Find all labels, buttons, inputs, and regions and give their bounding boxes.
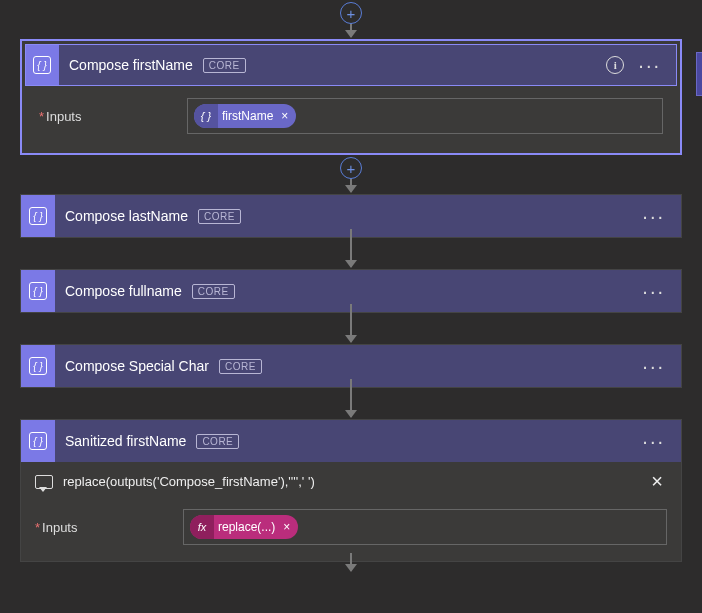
expression-tooltip: replace(outputs('Compose_firstName'),'''… <box>21 462 681 497</box>
token-remove-button[interactable]: × <box>281 520 298 534</box>
compose-icon: { } <box>21 270 55 312</box>
expression-text: replace(outputs('Compose_firstName'),'''… <box>63 474 637 489</box>
token-remove-button[interactable]: × <box>279 109 296 123</box>
core-badge: CORE <box>192 284 235 299</box>
action-title: Sanitized firstName <box>65 433 186 449</box>
action-menu-button[interactable]: ··· <box>638 356 669 376</box>
action-menu-button[interactable]: ··· <box>634 55 665 75</box>
action-header[interactable]: { } Sanitized firstName CORE ··· <box>21 420 681 462</box>
token-label: replace(...) <box>214 520 281 534</box>
tooltip-icon <box>35 475 53 489</box>
core-badge: CORE <box>219 359 262 374</box>
connector <box>20 240 682 267</box>
token-compose-icon: { } <box>194 104 218 128</box>
add-step-button[interactable]: + <box>340 2 362 24</box>
inputs-label: *Inputs <box>35 520 175 535</box>
connector <box>20 390 682 417</box>
core-badge: CORE <box>198 209 241 224</box>
token-firstname[interactable]: { } firstName × <box>194 104 296 128</box>
action-compose-firstname: { } Compose firstName CORE i ··· *Inputs… <box>20 39 682 155</box>
action-title: Compose Special Char <box>65 358 209 374</box>
connector: + <box>20 157 682 192</box>
flow-arrow-icon <box>350 229 352 267</box>
close-tooltip-button[interactable]: × <box>647 470 667 493</box>
connector <box>20 315 682 342</box>
action-menu-button[interactable]: ··· <box>638 431 669 451</box>
action-title: Compose firstName <box>69 57 193 73</box>
flow-arrow-icon <box>350 553 352 571</box>
inputs-label: *Inputs <box>39 109 179 124</box>
action-header[interactable]: { } Compose firstName CORE i ··· <box>25 44 677 86</box>
action-menu-button[interactable]: ··· <box>638 206 669 226</box>
connector <box>20 564 682 571</box>
action-body: *Inputs fx replace(...) × <box>21 497 681 561</box>
token-replace-expr[interactable]: fx replace(...) × <box>190 515 298 539</box>
info-icon[interactable]: i <box>606 56 624 74</box>
core-badge: CORE <box>196 434 239 449</box>
action-title: Compose lastName <box>65 208 188 224</box>
action-title: Compose fullname <box>65 283 182 299</box>
compose-icon: { } <box>25 44 59 86</box>
action-sanitized-firstname: { } Sanitized firstName CORE ··· replace… <box>20 419 682 562</box>
compose-icon: { } <box>21 420 55 462</box>
token-label: firstName <box>218 109 279 123</box>
action-menu-button[interactable]: ··· <box>638 281 669 301</box>
compose-icon: { } <box>21 195 55 237</box>
compose-icon: { } <box>21 345 55 387</box>
inputs-field[interactable]: fx replace(...) × <box>183 509 667 545</box>
add-step-button[interactable]: + <box>340 157 362 179</box>
inputs-field[interactable]: { } firstName × <box>187 98 663 134</box>
token-fx-icon: fx <box>190 515 214 539</box>
core-badge: CORE <box>203 58 246 73</box>
action-body: *Inputs { } firstName × <box>25 86 677 150</box>
flow-arrow-icon <box>350 304 352 342</box>
connector: + <box>20 2 682 37</box>
flow-arrow-icon <box>350 379 352 417</box>
adjacent-panel-edge <box>696 52 702 96</box>
